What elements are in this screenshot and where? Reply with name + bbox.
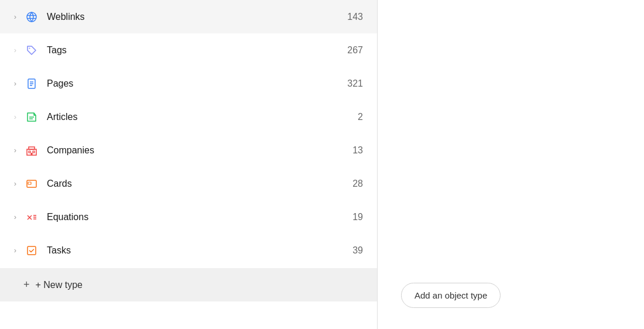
- pages-label: Pages: [47, 78, 347, 89]
- chevron-icon-equations: ›: [9, 213, 21, 221]
- svg-rect-22: [28, 246, 36, 255]
- chevron-icon-companies: ›: [9, 146, 21, 155]
- svg-rect-11: [29, 147, 35, 149]
- weblinks-label: Weblinks: [47, 12, 347, 22]
- svg-point-0: [27, 12, 36, 22]
- pages-count: 321: [347, 78, 363, 89]
- weblinks-icon: [23, 9, 40, 25]
- svg-rect-13: [33, 151, 35, 153]
- equations-label: Equations: [47, 212, 352, 222]
- chevron-icon-cards: ›: [9, 179, 21, 188]
- pages-icon: [23, 76, 40, 92]
- list-item-tags[interactable]: › Tags 267: [0, 33, 377, 67]
- list-item-articles[interactable]: › Articles 2: [0, 100, 377, 133]
- tasks-icon: [23, 242, 40, 259]
- companies-icon: [23, 142, 40, 159]
- list-item-cards[interactable]: › Cards 28: [0, 167, 377, 200]
- list-item-companies[interactable]: › Companies 13: [0, 133, 377, 167]
- list-item-weblinks[interactable]: › Weblinks 143: [0, 0, 377, 33]
- right-panel: Add an object type: [378, 0, 644, 329]
- add-object-type-button[interactable]: Add an object type: [401, 283, 501, 308]
- chevron-icon-tasks: ›: [9, 246, 21, 255]
- tags-count: 267: [347, 45, 363, 56]
- chevron-icon-weblinks: ›: [9, 12, 21, 21]
- chevron-icon-tags: ›: [9, 46, 21, 54]
- chevron-icon-articles: ›: [9, 112, 21, 121]
- companies-label: Companies: [47, 145, 352, 156]
- tags-icon: [23, 42, 40, 59]
- cards-label: Cards: [47, 179, 352, 189]
- list-item-equations[interactable]: › Equations 19: [0, 200, 377, 234]
- cards-icon: [23, 176, 40, 192]
- svg-rect-12: [29, 151, 30, 153]
- articles-count: 2: [358, 112, 363, 122]
- svg-rect-16: [28, 182, 31, 184]
- list-item-pages[interactable]: › Pages 321: [0, 67, 377, 100]
- svg-point-3: [29, 47, 30, 49]
- articles-icon: [23, 109, 40, 125]
- plus-icon: +: [23, 279, 30, 291]
- tasks-label: Tasks: [47, 245, 352, 256]
- articles-label: Articles: [47, 112, 358, 122]
- companies-count: 13: [352, 145, 363, 156]
- chevron-icon-pages: ›: [9, 79, 21, 88]
- list-item-tasks[interactable]: › Tasks 39: [0, 234, 377, 267]
- equations-count: 19: [352, 212, 363, 222]
- object-list-panel: › Weblinks 143 › Tags 267 ›: [0, 0, 378, 329]
- tasks-count: 39: [352, 245, 363, 256]
- new-type-label: + New type: [36, 280, 83, 290]
- tags-label: Tags: [47, 45, 347, 56]
- equations-icon: [23, 209, 40, 225]
- new-type-row[interactable]: + + New type: [0, 268, 377, 301]
- cards-count: 28: [352, 179, 363, 189]
- svg-rect-14: [31, 153, 33, 155]
- weblinks-count: 143: [347, 12, 363, 22]
